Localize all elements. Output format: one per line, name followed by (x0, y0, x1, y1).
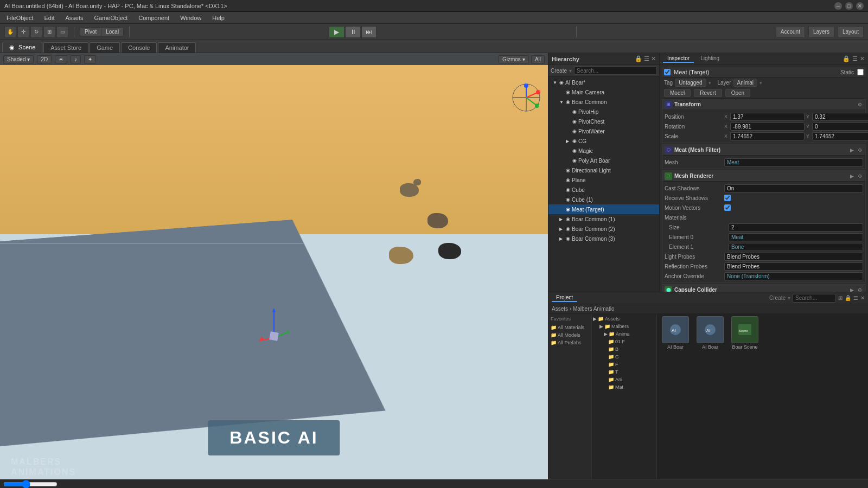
hierarchy-item-cube-(1)[interactable]: ◉Cube (1) (548, 195, 659, 204)
transform-header[interactable]: ⊞ Transform ⚙ (662, 99, 865, 110)
inspector-lock-icon[interactable]: 🔒 (843, 55, 850, 62)
tab-animator[interactable]: Animator (158, 42, 196, 53)
hierarchy-item-main-camera[interactable]: ◉Main Camera (548, 87, 659, 97)
hierarchy-item-magic[interactable]: ◉Magic (548, 146, 659, 156)
tab-game[interactable]: Game (90, 42, 120, 53)
menu-edit[interactable]: Edit (40, 14, 59, 22)
pos-y-input[interactable] (812, 113, 868, 121)
effects-toggle[interactable]: ✦ (84, 55, 96, 63)
hierarchy-item-boar-common-(2)[interactable]: ▶◉Boar Common (2) (548, 224, 659, 234)
mesh-ref[interactable]: Meat (724, 158, 863, 166)
transform-settings-icon[interactable]: ⚙ (857, 102, 863, 107)
assets-anima[interactable]: ▶ 📁 Anima (593, 330, 655, 338)
element1-ref[interactable]: Bone (729, 243, 863, 251)
close-button[interactable]: ✕ (856, 2, 864, 10)
project-create-button[interactable]: Create (769, 295, 786, 301)
open-button[interactable]: Open (725, 89, 750, 97)
menu-assets[interactable]: Assets (61, 14, 88, 22)
tab-asset-store[interactable]: Asset Store (43, 42, 88, 53)
account-dropdown[interactable]: Account (776, 26, 805, 38)
lighting-toggle[interactable]: ☀ (55, 55, 67, 63)
hierarchy-menu-icon[interactable]: ☰ (644, 55, 649, 62)
pos-x-input[interactable] (730, 113, 805, 121)
fav-all-prefabs[interactable]: 📁 All Prefabs (551, 339, 589, 346)
tag-value[interactable]: Untagged (675, 79, 706, 87)
tab-inspector[interactable]: Inspector (663, 55, 694, 63)
hierarchy-item-pivotchest[interactable]: ◉PivotChest (548, 117, 659, 126)
hierarchy-item-plane[interactable]: ◉Plane (548, 175, 659, 185)
hierarchy-lock-icon[interactable]: 🔒 (635, 55, 642, 62)
layers-dropdown[interactable]: Layers (808, 26, 834, 38)
all-button[interactable]: All (531, 55, 545, 63)
assets-t[interactable]: 📁 T (593, 368, 655, 376)
assets-ani[interactable]: 📁 Ani (593, 376, 655, 383)
anchor-override-ref[interactable]: None (Transform) (724, 272, 863, 280)
scale-tool[interactable]: ⊞ (43, 26, 55, 38)
tab-lighting[interactable]: Lighting (696, 55, 724, 63)
local-button[interactable]: Local (101, 27, 124, 36)
cast-shadows-dropdown[interactable]: On (724, 184, 863, 192)
scale-y-input[interactable] (812, 132, 868, 140)
mr-settings-icon[interactable]: ⚙ (857, 174, 863, 179)
hierarchy-search[interactable] (574, 66, 657, 75)
asset-boar-scene[interactable]: Scene Boar Scene (729, 316, 761, 350)
capsule-collider-header[interactable]: ⬤ Capsule Collider ▶ ⚙ (662, 285, 865, 292)
2d-toggle[interactable]: 2D (37, 55, 52, 63)
audio-toggle[interactable]: ♪ (71, 55, 81, 63)
hierarchy-item-meat-(target)[interactable]: ◉Meat (Target) (548, 204, 659, 214)
fav-all-materials[interactable]: 📁 All Materials (551, 324, 589, 331)
tab-scene[interactable]: ◉ Scene (2, 42, 42, 53)
asset-ai-boar-2[interactable]: AI AI Boar (694, 316, 726, 350)
hand-tool[interactable]: ✋ (4, 26, 16, 38)
tab-console[interactable]: Console (121, 42, 157, 53)
motion-vectors-checkbox[interactable] (724, 204, 731, 211)
project-search-input[interactable] (793, 294, 836, 303)
menu-help[interactable]: Help (208, 14, 229, 22)
assets-mat[interactable]: 📁 Mat (593, 383, 655, 391)
hierarchy-item-boar-common-(1)[interactable]: ▶◉Boar Common (1) (548, 214, 659, 224)
hierarchy-item-ai-boar*[interactable]: ▼◉AI Boar* (548, 78, 659, 87)
hierarchy-item-boar-common-(3)[interactable]: ▶◉Boar Common (3) (548, 234, 659, 243)
hierarchy-item-boar-common[interactable]: ▼◉Boar Common (548, 97, 659, 107)
pivot-button[interactable]: Pivot (80, 27, 101, 36)
layout-dropdown[interactable]: Layout (838, 26, 864, 38)
assets-f[interactable]: 📁 F (593, 361, 655, 368)
step-button[interactable]: ⏭ (361, 26, 376, 38)
hierarchy-close-icon[interactable]: ✕ (651, 55, 656, 62)
light-probes-dropdown[interactable]: Blend Probes (724, 253, 863, 261)
layer-value[interactable]: Animal (733, 79, 758, 87)
hierarchy-item-directional-light[interactable]: ◉Directional Light (548, 165, 659, 175)
project-icons-toggle[interactable]: ⊞ (838, 295, 843, 301)
assets-b[interactable]: 📁 B (593, 345, 655, 353)
shading-mode[interactable]: Shaded ▾ (3, 55, 34, 63)
fav-all-models[interactable]: 📁 All Models (551, 331, 589, 339)
assets-root[interactable]: ▶ 📁 Assets (593, 315, 655, 323)
asset-ai-boar-1[interactable]: AI AI Boar (659, 316, 692, 350)
hierarchy-item-cube[interactable]: ◉Cube (548, 185, 659, 195)
hierarchy-item-poly-art-boar[interactable]: ◉Poly Art Boar (548, 156, 659, 165)
obj-active-checkbox[interactable] (664, 69, 671, 75)
gizmos-button[interactable]: Gizmos ▾ (499, 55, 529, 63)
hierarchy-item-pivotwater[interactable]: ◉PivotWater (548, 126, 659, 136)
rect-tool[interactable]: ▭ (56, 26, 68, 38)
rot-x-input[interactable] (730, 123, 805, 131)
reflection-probes-dropdown[interactable]: Blend Probes (724, 262, 863, 271)
mf-settings-icon[interactable]: ⚙ (857, 147, 863, 153)
receive-shadows-checkbox[interactable] (724, 195, 731, 201)
inspector-menu-icon[interactable]: ☰ (852, 55, 858, 62)
revert-button[interactable]: Revert (694, 89, 722, 97)
cc-settings-icon[interactable]: ⚙ (857, 287, 863, 292)
rotate-tool[interactable]: ↻ (30, 26, 42, 38)
menu-component[interactable]: Component (134, 14, 174, 22)
mr-action1[interactable]: ▶ (849, 174, 855, 179)
menu-gameobject[interactable]: GameObject (90, 14, 132, 22)
rot-y-input[interactable] (812, 123, 868, 131)
cc-action1[interactable]: ▶ (849, 287, 855, 292)
static-checkbox[interactable] (857, 69, 864, 75)
maximize-button[interactable]: □ (845, 2, 853, 10)
assets-malbers[interactable]: ▶ 📁 Malbers (593, 323, 655, 330)
project-menu-icon[interactable]: ☰ (853, 295, 858, 301)
model-button[interactable]: Model (664, 89, 691, 97)
project-lock-icon[interactable]: 🔒 (845, 295, 851, 301)
menu-fileobject[interactable]: FileObject (2, 14, 38, 22)
